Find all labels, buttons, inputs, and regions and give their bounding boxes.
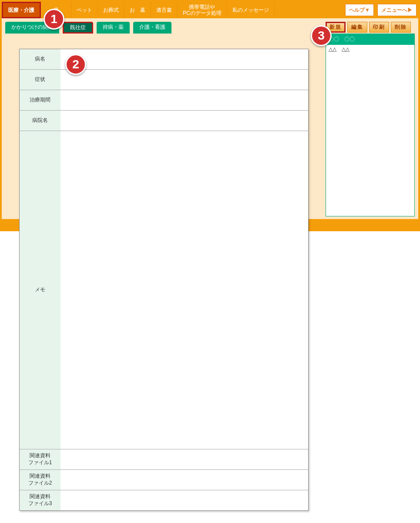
delete-button[interactable]: 削除 [391,22,411,33]
right-column: 新規 編集 印刷 削除 〇〇 〇〇 △△ △△ [326,22,415,216]
top-navigation: 医療・介護 療 ペット お葬式 お 墓 遺言書 携帯電話や PCのデータ処理 私… [2,2,418,18]
tab-past-illness[interactable]: 既往症 [63,22,93,34]
callout-3: 3 [311,25,332,46]
label-treatment-period: 治療期間 [20,90,60,110]
value-symptom[interactable] [60,70,308,90]
row-symptom: 症状 [20,70,308,90]
edit-button[interactable]: 編集 [347,22,367,33]
label-memo: メモ [20,131,60,231]
nav-phone-pc-data[interactable]: 携帯電話や PCのデータ処理 [178,2,227,18]
print-button[interactable]: 印刷 [369,22,389,33]
label-hospital-name: 病院名 [20,111,60,131]
row-memo: メモ [20,131,308,231]
tab-chronic-medicine[interactable]: 持病・薬 [97,22,130,34]
value-disease-name[interactable] [60,49,308,69]
label-symptom: 症状 [20,70,60,90]
list-selected-item[interactable]: 〇〇 〇〇 [326,34,414,45]
nav-grave[interactable]: お 墓 [124,2,151,18]
value-treatment-period[interactable] [60,90,308,110]
nav-my-message[interactable]: 私のメッセージ [227,2,275,18]
row-treatment-period: 治療期間 [20,90,308,111]
nav-pet[interactable]: ペット [71,2,98,18]
row-hospital-name: 病院名 [20,111,308,131]
list-item[interactable]: △△ △△ [326,45,414,54]
value-memo[interactable] [60,131,308,231]
help-button[interactable]: ヘルプ▼ [345,4,374,16]
callout-1: 1 [44,9,64,30]
nav-spacer [275,2,343,18]
form-panel: 病名 症状 治療期間 病院名 メモ 関連資料 ファイル1 関連資料 ファイル2 … [19,49,309,231]
callout-2: 2 [65,54,86,75]
label-disease-name: 病名 [20,49,60,69]
record-list: 〇〇 〇〇 △△ △△ [326,34,415,216]
value-hospital-name[interactable] [60,111,308,131]
nav-funeral[interactable]: お葬式 [98,2,124,18]
row-disease-name: 病名 [20,49,308,70]
action-buttons: 新規 編集 印刷 削除 [326,22,415,33]
menu-button[interactable]: メニューへ▶ [377,4,417,16]
nav-medical-care[interactable]: 医療・介護 [2,2,41,18]
tab-nursing-care[interactable]: 介護・看護 [133,22,171,34]
nav-will[interactable]: 遺言書 [151,2,178,18]
